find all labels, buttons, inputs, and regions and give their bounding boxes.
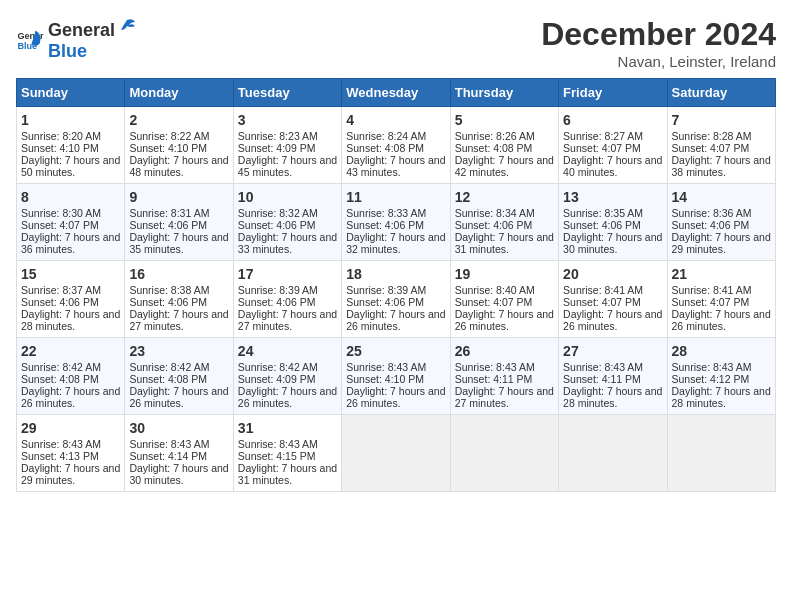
day-number: 18 — [346, 266, 445, 282]
day-number: 9 — [129, 189, 228, 205]
sunset-text: Sunset: 4:10 PM — [21, 142, 99, 154]
daylight-text: Daylight: 7 hours and 28 minutes. — [563, 385, 662, 409]
day-number: 12 — [455, 189, 554, 205]
day-number: 21 — [672, 266, 771, 282]
header-day-wednesday: Wednesday — [342, 79, 450, 107]
calendar-cell: 15Sunrise: 8:37 AMSunset: 4:06 PMDayligh… — [17, 261, 125, 338]
sunset-text: Sunset: 4:08 PM — [21, 373, 99, 385]
main-title: December 2024 — [541, 16, 776, 53]
day-number: 3 — [238, 112, 337, 128]
sunset-text: Sunset: 4:07 PM — [455, 296, 533, 308]
calendar-cell: 9Sunrise: 8:31 AMSunset: 4:06 PMDaylight… — [125, 184, 233, 261]
sunrise-text: Sunrise: 8:32 AM — [238, 207, 318, 219]
day-number: 28 — [672, 343, 771, 359]
daylight-text: Daylight: 7 hours and 42 minutes. — [455, 154, 554, 178]
sunrise-text: Sunrise: 8:20 AM — [21, 130, 101, 142]
sunset-text: Sunset: 4:06 PM — [129, 296, 207, 308]
week-row-4: 22Sunrise: 8:42 AMSunset: 4:08 PMDayligh… — [17, 338, 776, 415]
calendar-cell — [342, 415, 450, 492]
day-number: 1 — [21, 112, 120, 128]
header-day-monday: Monday — [125, 79, 233, 107]
calendar-cell — [559, 415, 667, 492]
sunrise-text: Sunrise: 8:36 AM — [672, 207, 752, 219]
sunrise-text: Sunrise: 8:43 AM — [672, 361, 752, 373]
daylight-text: Daylight: 7 hours and 26 minutes. — [455, 308, 554, 332]
header-day-thursday: Thursday — [450, 79, 558, 107]
calendar-cell: 4Sunrise: 8:24 AMSunset: 4:08 PMDaylight… — [342, 107, 450, 184]
daylight-text: Daylight: 7 hours and 26 minutes. — [21, 385, 120, 409]
daylight-text: Daylight: 7 hours and 28 minutes. — [21, 308, 120, 332]
sunrise-text: Sunrise: 8:42 AM — [129, 361, 209, 373]
calendar-cell: 12Sunrise: 8:34 AMSunset: 4:06 PMDayligh… — [450, 184, 558, 261]
sunrise-text: Sunrise: 8:43 AM — [129, 438, 209, 450]
sunrise-text: Sunrise: 8:35 AM — [563, 207, 643, 219]
day-number: 11 — [346, 189, 445, 205]
header-day-saturday: Saturday — [667, 79, 775, 107]
calendar-cell: 14Sunrise: 8:36 AMSunset: 4:06 PMDayligh… — [667, 184, 775, 261]
calendar-cell: 13Sunrise: 8:35 AMSunset: 4:06 PMDayligh… — [559, 184, 667, 261]
daylight-text: Daylight: 7 hours and 29 minutes. — [672, 231, 771, 255]
sunset-text: Sunset: 4:06 PM — [563, 219, 641, 231]
day-number: 6 — [563, 112, 662, 128]
calendar-cell: 18Sunrise: 8:39 AMSunset: 4:06 PMDayligh… — [342, 261, 450, 338]
sunset-text: Sunset: 4:14 PM — [129, 450, 207, 462]
day-number: 16 — [129, 266, 228, 282]
calendar-cell: 31Sunrise: 8:43 AMSunset: 4:15 PMDayligh… — [233, 415, 341, 492]
header-day-friday: Friday — [559, 79, 667, 107]
day-number: 15 — [21, 266, 120, 282]
sunrise-text: Sunrise: 8:43 AM — [346, 361, 426, 373]
sunrise-text: Sunrise: 8:30 AM — [21, 207, 101, 219]
calendar-header-row: SundayMondayTuesdayWednesdayThursdayFrid… — [17, 79, 776, 107]
sunset-text: Sunset: 4:09 PM — [238, 142, 316, 154]
day-number: 2 — [129, 112, 228, 128]
day-number: 8 — [21, 189, 120, 205]
sunrise-text: Sunrise: 8:41 AM — [672, 284, 752, 296]
header-day-sunday: Sunday — [17, 79, 125, 107]
sunrise-text: Sunrise: 8:42 AM — [238, 361, 318, 373]
calendar-cell: 26Sunrise: 8:43 AMSunset: 4:11 PMDayligh… — [450, 338, 558, 415]
calendar-cell: 1Sunrise: 8:20 AMSunset: 4:10 PMDaylight… — [17, 107, 125, 184]
sunset-text: Sunset: 4:08 PM — [346, 142, 424, 154]
daylight-text: Daylight: 7 hours and 32 minutes. — [346, 231, 445, 255]
daylight-text: Daylight: 7 hours and 26 minutes. — [238, 385, 337, 409]
calendar-cell: 2Sunrise: 8:22 AMSunset: 4:10 PMDaylight… — [125, 107, 233, 184]
logo-text-general: General — [48, 20, 115, 41]
sunrise-text: Sunrise: 8:33 AM — [346, 207, 426, 219]
day-number: 29 — [21, 420, 120, 436]
sunset-text: Sunset: 4:10 PM — [346, 373, 424, 385]
calendar-cell: 10Sunrise: 8:32 AMSunset: 4:06 PMDayligh… — [233, 184, 341, 261]
sunset-text: Sunset: 4:08 PM — [129, 373, 207, 385]
sunrise-text: Sunrise: 8:38 AM — [129, 284, 209, 296]
week-row-1: 1Sunrise: 8:20 AMSunset: 4:10 PMDaylight… — [17, 107, 776, 184]
calendar-cell: 22Sunrise: 8:42 AMSunset: 4:08 PMDayligh… — [17, 338, 125, 415]
sunset-text: Sunset: 4:10 PM — [129, 142, 207, 154]
day-number: 4 — [346, 112, 445, 128]
header: General Blue General Blue December 2024 … — [16, 16, 776, 70]
day-number: 19 — [455, 266, 554, 282]
calendar-cell: 28Sunrise: 8:43 AMSunset: 4:12 PMDayligh… — [667, 338, 775, 415]
day-number: 14 — [672, 189, 771, 205]
header-day-tuesday: Tuesday — [233, 79, 341, 107]
calendar-cell: 21Sunrise: 8:41 AMSunset: 4:07 PMDayligh… — [667, 261, 775, 338]
sunset-text: Sunset: 4:12 PM — [672, 373, 750, 385]
sunset-text: Sunset: 4:11 PM — [563, 373, 641, 385]
daylight-text: Daylight: 7 hours and 30 minutes. — [563, 231, 662, 255]
sunset-text: Sunset: 4:07 PM — [563, 142, 641, 154]
day-number: 10 — [238, 189, 337, 205]
daylight-text: Daylight: 7 hours and 28 minutes. — [672, 385, 771, 409]
day-number: 22 — [21, 343, 120, 359]
week-row-3: 15Sunrise: 8:37 AMSunset: 4:06 PMDayligh… — [17, 261, 776, 338]
daylight-text: Daylight: 7 hours and 43 minutes. — [346, 154, 445, 178]
day-number: 30 — [129, 420, 228, 436]
day-number: 17 — [238, 266, 337, 282]
sunrise-text: Sunrise: 8:31 AM — [129, 207, 209, 219]
sunrise-text: Sunrise: 8:39 AM — [346, 284, 426, 296]
svg-text:Blue: Blue — [17, 41, 37, 51]
sunset-text: Sunset: 4:11 PM — [455, 373, 533, 385]
calendar-cell — [667, 415, 775, 492]
sunrise-text: Sunrise: 8:24 AM — [346, 130, 426, 142]
daylight-text: Daylight: 7 hours and 31 minutes. — [455, 231, 554, 255]
logo: General Blue General Blue — [16, 16, 137, 62]
sunset-text: Sunset: 4:06 PM — [238, 219, 316, 231]
sunrise-text: Sunrise: 8:23 AM — [238, 130, 318, 142]
